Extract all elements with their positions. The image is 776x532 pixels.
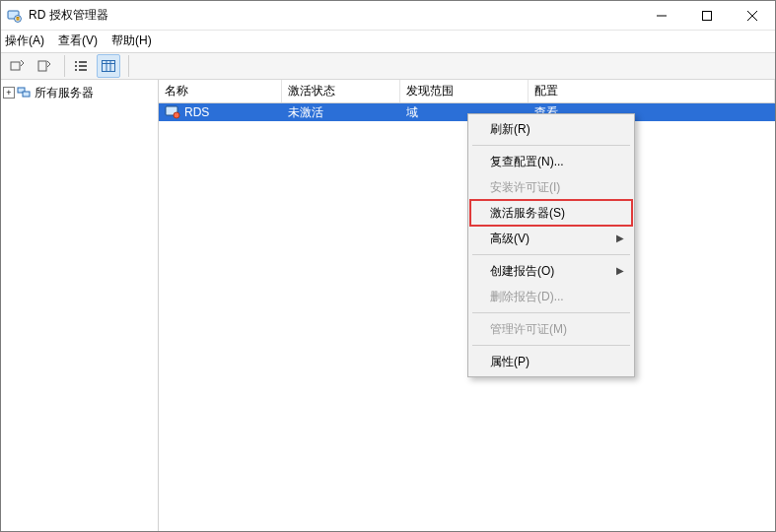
minimize-button[interactable]: [639, 1, 684, 31]
toolbar-view-details-icon[interactable]: [97, 54, 120, 78]
column-header-config[interactable]: 配置: [529, 80, 775, 102]
ctx-separator: [472, 145, 630, 146]
ctx-advanced[interactable]: 高级(V) ▶: [470, 226, 632, 251]
svg-rect-7: [79, 61, 87, 63]
app-icon: [7, 8, 23, 24]
cell-name: RDS: [184, 105, 209, 119]
ctx-install-license: 安装许可证(I): [470, 174, 632, 200]
svg-rect-4: [11, 62, 20, 70]
svg-rect-12: [103, 61, 115, 72]
ctx-refresh[interactable]: 刷新(R): [470, 116, 632, 142]
menu-bar: 操作(A) 查看(V) 帮助(H): [1, 31, 775, 52]
svg-point-19: [174, 112, 179, 118]
cell-scope: 域: [406, 104, 418, 121]
context-menu: 刷新(R) 复查配置(N)... 安装许可证(I) 激活服务器(S) 高级(V)…: [467, 113, 635, 377]
submenu-arrow-icon: ▶: [616, 265, 624, 276]
menu-view[interactable]: 查看(V): [58, 33, 98, 49]
svg-rect-5: [38, 61, 46, 71]
toolbar-separator: [64, 55, 65, 77]
toolbar-separator-2: [128, 55, 129, 77]
window: RD 授权管理器 操作(A) 查看(V) 帮助(H): [0, 0, 776, 532]
ctx-activate-server[interactable]: 激活服务器(S): [470, 200, 632, 226]
svg-rect-8: [75, 65, 77, 67]
ctx-separator: [472, 345, 630, 346]
ctx-properties[interactable]: 属性(P): [470, 349, 632, 374]
ctx-delete-report: 删除报告(D)...: [470, 284, 632, 309]
ctx-separator: [472, 312, 630, 313]
svg-rect-3: [703, 11, 712, 20]
ctx-create-report[interactable]: 创建报告(O) ▶: [470, 258, 632, 284]
tree-pane[interactable]: + 所有服务器: [1, 80, 159, 531]
servers-icon: [17, 85, 33, 100]
ctx-separator: [472, 254, 630, 255]
server-icon: [165, 105, 180, 119]
svg-rect-17: [23, 92, 30, 97]
body-area: + 所有服务器 名称 激活状态 发现范围 配置: [1, 80, 775, 531]
tree-root-item[interactable]: + 所有服务器: [3, 84, 156, 101]
close-button[interactable]: [730, 1, 775, 31]
toolbar: [1, 52, 775, 80]
column-header-scope[interactable]: 发现范围: [400, 80, 529, 102]
maximize-button[interactable]: [684, 1, 730, 31]
cell-activation: 未激活: [288, 104, 323, 121]
submenu-arrow-icon: ▶: [616, 233, 624, 243]
svg-rect-6: [75, 61, 77, 63]
column-header-activation[interactable]: 激活状态: [282, 80, 400, 102]
toolbar-view-list-icon[interactable]: [69, 54, 93, 78]
svg-rect-10: [75, 69, 77, 71]
window-title: RD 授权管理器: [29, 7, 108, 24]
tree-root-label: 所有服务器: [35, 85, 94, 101]
ctx-manage-license: 管理许可证(M): [470, 316, 632, 342]
svg-rect-9: [79, 65, 87, 67]
ctx-review-config[interactable]: 复查配置(N)...: [470, 149, 632, 174]
menu-action[interactable]: 操作(A): [5, 33, 44, 49]
menu-help[interactable]: 帮助(H): [111, 33, 152, 49]
svg-rect-11: [79, 69, 87, 71]
list-header: 名称 激活状态 发现范围 配置: [159, 80, 775, 103]
svg-rect-2: [17, 17, 19, 20]
list-pane: 名称 激活状态 发现范围 配置 RDS: [159, 80, 775, 531]
column-header-name[interactable]: 名称: [159, 80, 282, 102]
title-bar: RD 授权管理器: [1, 1, 775, 31]
list-rows[interactable]: RDS 未激活 域 查看 刷新(R) 复查配置(N)... 安装许可证(I) 激…: [159, 103, 775, 531]
tree-expander-icon[interactable]: +: [3, 87, 15, 99]
toolbar-button-1[interactable]: [5, 54, 29, 78]
toolbar-button-2[interactable]: [33, 54, 56, 78]
